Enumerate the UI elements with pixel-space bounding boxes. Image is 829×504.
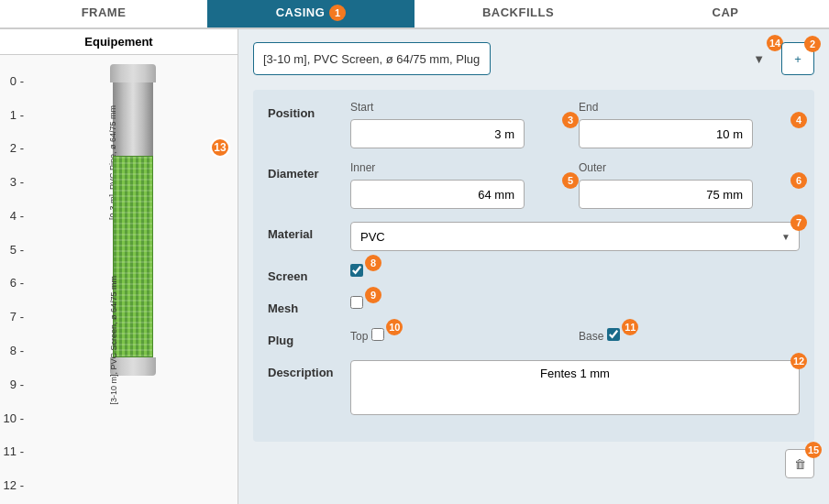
tab-frame[interactable]: FRAME [0, 0, 207, 27]
depth-9: 9 - [10, 367, 24, 401]
dropdown-arrow-icon: ▼ [753, 52, 765, 66]
plug-top-wrapper: 10 [371, 328, 384, 344]
plug-top-label: Top [350, 330, 368, 343]
description-textarea[interactable]: Fentes 1 mm [350, 360, 800, 415]
description-fields: Fentes 1 mm 12 [350, 360, 800, 418]
plug-base-label: Base [579, 330, 603, 343]
material-badge: 7 [790, 214, 807, 231]
inner-input[interactable] [350, 180, 525, 209]
plug-base-wrapper: 11 [607, 328, 620, 344]
add-badge: 2 [804, 36, 821, 52]
delete-wrapper: 🗑 15 [785, 449, 814, 478]
tabs-container: FRAME CASING 1 BACKFILLS CAP [0, 0, 829, 29]
diameter-label: Diameter [268, 161, 350, 181]
left-panel-header: Equipement [0, 29, 238, 55]
tab-backfills[interactable]: BACKFILLS [414, 0, 622, 27]
depth-10: 10 - [4, 401, 24, 435]
outer-wrapper: 6 [579, 180, 800, 209]
depth-11: 11 - [4, 434, 24, 468]
casing-dropdown[interactable]: [3-10 m], PVC Screen, ø 64/75 mm, Plug [253, 42, 491, 75]
depth-12: 12 - [4, 468, 24, 502]
pipe-container: [0-3 m], PVC Pipe, ø 64/75 mm [3-10 m], … [28, 55, 238, 502]
start-badge: 3 [562, 112, 579, 128]
description-label: Description [268, 360, 350, 379]
depth-3: 3 - [10, 165, 24, 199]
mesh-badge: 9 [365, 287, 381, 303]
diameter-fields: Inner Outer 5 6 [350, 161, 800, 209]
trash-icon: 🗑 [794, 457, 806, 471]
dropdown-wrapper: [3-10 m], PVC Screen, ø 64/75 mm, Plug ▼… [253, 42, 774, 75]
start-input[interactable] [350, 119, 525, 148]
screen-label: Screen [268, 264, 350, 283]
material-row: Material PVC ▼ 7 [268, 222, 800, 251]
form-section: Position Start End 3 4 [253, 90, 814, 442]
description-row: Description Fentes 1 mm 12 [268, 360, 800, 418]
mesh-checkbox-wrapper: 9 [350, 296, 363, 312]
outer-badge: 6 [790, 172, 807, 189]
screen-checkbox-wrapper: 8 [350, 264, 363, 279]
tab-cap[interactable]: CAP [622, 0, 829, 27]
depth-8: 8 - [10, 334, 24, 367]
start-sublabel: Start [350, 101, 571, 114]
tab-casing-label: CASING [276, 5, 326, 19]
tab-casing[interactable]: CASING 1 [207, 0, 414, 27]
plug-items: Top 10 Base 11 [350, 328, 800, 344]
delete-badge: 15 [805, 442, 822, 458]
pipe-cap-top [110, 64, 156, 82]
depth-6: 6 - [10, 267, 24, 301]
outer-sublabel: Outer [579, 161, 800, 174]
plug-base-checkbox[interactable] [607, 328, 620, 341]
add-button[interactable]: + 2 [781, 42, 814, 75]
diameter-row: Diameter Inner Outer 5 6 [268, 161, 800, 209]
mesh-fields: 9 [350, 296, 800, 312]
plug-top-badge: 10 [386, 319, 403, 335]
position-label: Position [268, 101, 350, 120]
inner-wrapper: 5 [350, 180, 571, 209]
screen-fields: 8 [350, 264, 800, 279]
position-inputs: 3 4 [350, 119, 800, 148]
material-fields: PVC ▼ 7 [350, 222, 800, 251]
start-wrapper: 3 [350, 119, 571, 148]
depth-2: 2 - [10, 132, 24, 166]
depth-1: 1 - [10, 98, 24, 132]
plug-top-item: Top 10 [350, 328, 571, 344]
dropdown-row: [3-10 m], PVC Screen, ø 64/75 mm, Plug ▼… [253, 42, 814, 75]
tab-backfills-label: BACKFILLS [482, 5, 554, 19]
plug-row: Plug Top 10 Base [268, 328, 800, 347]
description-wrapper: Fentes 1 mm 12 [350, 360, 800, 418]
pipe-label-lower: [3-10 m], PVC Screen, ø 64/75 mm [109, 276, 118, 405]
outer-input[interactable] [579, 180, 753, 209]
end-badge: 4 [790, 112, 807, 128]
screen-checkbox[interactable] [350, 264, 363, 277]
pipe-body-screen: [3-10 m], PVC Screen, ø 64/75 mm [113, 156, 153, 357]
end-sublabel: End [579, 101, 800, 114]
add-icon: + [794, 52, 801, 66]
depth-scale: 0 - 1 - 2 - 3 - 4 - 5 - 6 - 7 - 8 - 9 - … [0, 55, 28, 502]
diameter-inputs: 5 6 [350, 180, 800, 209]
screen-badge: 8 [365, 255, 381, 271]
end-input[interactable] [579, 119, 753, 148]
end-wrapper: 4 [579, 119, 800, 148]
inner-badge: 5 [562, 172, 579, 189]
pipe-visual: [0-3 m], PVC Pipe, ø 64/75 mm [3-10 m], … [105, 64, 160, 502]
right-panel: [3-10 m], PVC Screen, ø 64/75 mm, Plug ▼… [238, 29, 829, 504]
screen-row: Screen 8 [268, 264, 800, 283]
material-select[interactable]: PVC [350, 222, 800, 251]
plug-label: Plug [268, 328, 350, 347]
plug-base-badge: 11 [622, 319, 638, 335]
main-layout: Equipement 0 - 1 - 2 - 3 - 4 - 5 - 6 - 7… [0, 29, 829, 504]
material-wrapper: PVC ▼ 7 [350, 222, 800, 251]
depth-7: 7 - [10, 300, 24, 334]
casing-badge: 1 [329, 5, 346, 21]
depth-4: 4 - [10, 199, 24, 233]
mesh-checkbox[interactable] [350, 296, 363, 309]
pipe-body-upper: [0-3 m], PVC Pipe, ø 64/75 mm [113, 82, 153, 156]
left-panel: Equipement 0 - 1 - 2 - 3 - 4 - 5 - 6 - 7… [0, 29, 238, 504]
plug-top-checkbox[interactable] [371, 328, 384, 341]
position-fields: Start End 3 4 [350, 101, 800, 148]
mesh-label: Mesh [268, 296, 350, 315]
screen-checkbox-row: 8 [350, 264, 800, 279]
plug-base-item: Base 11 [579, 328, 800, 344]
description-badge: 12 [790, 353, 807, 369]
mesh-checkbox-row: 9 [350, 296, 800, 312]
